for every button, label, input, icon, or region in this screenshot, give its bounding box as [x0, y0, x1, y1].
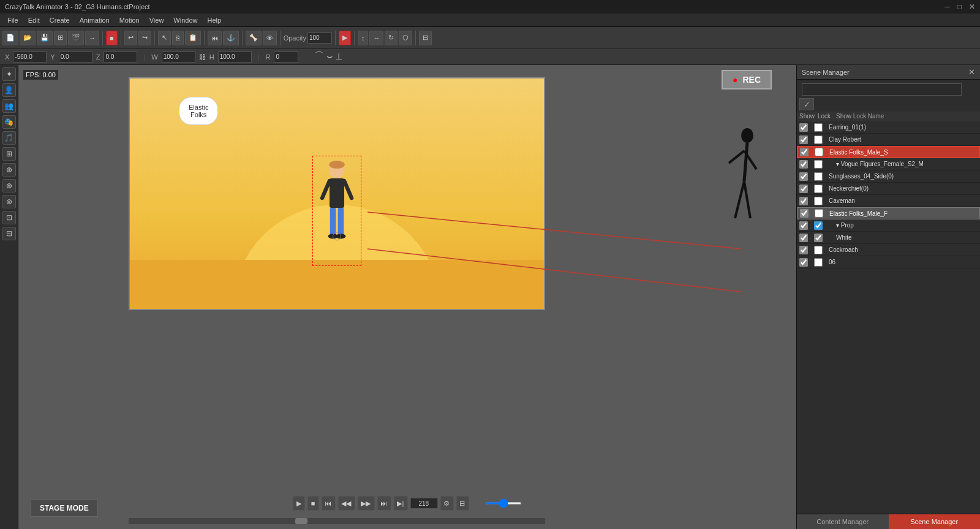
- step-fwd-btn[interactable]: ▶▶: [357, 496, 374, 511]
- tab-content-manager[interactable]: Content Manager: [797, 514, 889, 529]
- rotate-btn[interactable]: ↻: [385, 31, 398, 45]
- clay-show-check[interactable]: [799, 135, 808, 144]
- cockroach-lock-check[interactable]: [814, 246, 823, 254]
- menu-window[interactable]: Window: [168, 15, 202, 25]
- elastic-s-lock-check[interactable]: [815, 148, 823, 156]
- stage-mode-button[interactable]: STAGE MODE: [31, 500, 98, 517]
- 06-lock-check[interactable]: [814, 258, 823, 267]
- grid-btn[interactable]: ⊟: [456, 496, 469, 511]
- anchor-btn[interactable]: ⚓: [223, 31, 239, 45]
- frame-end-btn[interactable]: ▶|: [393, 496, 407, 511]
- bone-btn[interactable]: 🦴: [246, 31, 262, 45]
- prop-lock-check[interactable]: [814, 221, 823, 230]
- vogue-show-check[interactable]: [799, 160, 808, 169]
- select-btn[interactable]: ↖: [158, 31, 171, 45]
- stop-btn[interactable]: ■: [307, 496, 319, 511]
- new-btn[interactable]: 📄: [2, 31, 18, 45]
- transform-btn[interactable]: ⬡: [399, 31, 412, 45]
- export2-btn[interactable]: →: [85, 31, 99, 45]
- menu-help[interactable]: Help: [202, 15, 226, 25]
- left-tool-3[interactable]: 👥: [2, 99, 16, 113]
- next-frame-btn[interactable]: ⏭: [377, 496, 391, 511]
- sm-item-earring[interactable]: Earring_01(1): [797, 121, 980, 134]
- h-input[interactable]: [218, 51, 252, 63]
- y-input[interactable]: [59, 51, 92, 63]
- undo-btn[interactable]: ↩: [124, 31, 137, 45]
- left-tool-7[interactable]: ⊕: [2, 163, 16, 177]
- left-tool-9[interactable]: ⊜: [2, 195, 16, 208]
- caveman-lock-check[interactable]: [814, 197, 823, 205]
- elastic-s-show-check[interactable]: [800, 148, 809, 156]
- scene-manager-search[interactable]: [802, 83, 962, 96]
- minimize-btn[interactable]: ─: [944, 2, 950, 11]
- w-input[interactable]: [162, 51, 195, 63]
- move-v-btn[interactable]: ↕: [358, 31, 369, 45]
- curve-btn2[interactable]: ⌣: [326, 51, 333, 62]
- menu-edit[interactable]: Edit: [23, 15, 45, 25]
- 06-show-check[interactable]: [799, 258, 808, 267]
- opacity-input[interactable]: [307, 32, 332, 44]
- align-btn[interactable]: ⊥: [335, 51, 342, 61]
- sunglasses-lock-check[interactable]: [814, 172, 823, 181]
- sm-item-neckerchief[interactable]: Neckerchief(0): [797, 183, 980, 195]
- left-tool-11[interactable]: ⊟: [2, 227, 16, 240]
- maximize-btn[interactable]: □: [957, 2, 962, 11]
- eye-btn[interactable]: 👁: [263, 31, 277, 45]
- menu-create[interactable]: Create: [45, 15, 75, 25]
- copy-btn[interactable]: ⎘: [172, 31, 184, 45]
- paste-btn[interactable]: 📋: [185, 31, 201, 45]
- sm-close-btn[interactable]: ✕: [968, 67, 975, 77]
- sm-item-white[interactable]: White: [797, 232, 980, 244]
- left-tool-5[interactable]: 🎵: [2, 131, 16, 145]
- menu-animation[interactable]: Animation: [75, 15, 115, 25]
- timeline-btn[interactable]: ⊟: [419, 31, 432, 45]
- tab-scene-manager[interactable]: Scene Manager: [889, 514, 981, 529]
- sm-item-elastic-s[interactable]: Elastic Folks_Male_S: [797, 146, 980, 158]
- sm-item-sunglasses[interactable]: Sunglasses_04_Side(0): [797, 170, 980, 183]
- scene-btn[interactable]: ▶: [339, 31, 351, 45]
- prop-show-check[interactable]: [799, 221, 808, 230]
- left-tool-4[interactable]: 🎭: [2, 115, 16, 129]
- horizontal-scrollbar[interactable]: [129, 518, 545, 524]
- menu-view[interactable]: View: [145, 15, 169, 25]
- record-indicator[interactable]: ■: [106, 31, 118, 45]
- scrollbar-thumb[interactable]: [295, 518, 307, 524]
- save-btn[interactable]: 💾: [37, 31, 53, 45]
- sm-item-06[interactable]: 06: [797, 256, 980, 268]
- clay-lock-check[interactable]: [814, 135, 823, 144]
- white-lock-check[interactable]: [814, 234, 823, 242]
- sm-item-elastic-f[interactable]: Elastic Folks_Male_F: [797, 207, 980, 219]
- rewind-btn[interactable]: ⏮: [208, 31, 222, 45]
- earring-lock-check[interactable]: [814, 123, 823, 132]
- settings-btn[interactable]: ⚙: [440, 496, 453, 511]
- rec-button[interactable]: ● REC: [722, 70, 772, 89]
- left-tool-2[interactable]: 👤: [2, 83, 16, 97]
- vogue-lock-check[interactable]: [814, 160, 823, 169]
- neckerchief-lock-check[interactable]: [814, 185, 823, 193]
- sm-item-prop[interactable]: ▾ Prop: [797, 219, 980, 232]
- curve-btn1[interactable]: ⌒: [314, 50, 324, 63]
- export-btn[interactable]: ⊞: [54, 31, 67, 45]
- caveman-show-check[interactable]: [799, 197, 808, 205]
- menu-motion[interactable]: Motion: [115, 15, 145, 25]
- sunglasses-show-check[interactable]: [799, 172, 808, 181]
- left-tool-8[interactable]: ⊛: [2, 179, 16, 192]
- open-btn[interactable]: 📂: [20, 31, 36, 45]
- sm-item-vogue[interactable]: ▾ Vogue Figures_Female_S2_M: [797, 158, 980, 170]
- left-tool-1[interactable]: ✦: [2, 67, 16, 81]
- white-show-check[interactable]: [799, 234, 808, 242]
- sm-search-btn[interactable]: ✓: [799, 98, 814, 110]
- sm-item-caveman[interactable]: Caveman: [797, 195, 980, 207]
- menu-file[interactable]: File: [2, 15, 23, 25]
- elastic-f-show-check[interactable]: [800, 209, 809, 218]
- redo-btn[interactable]: ↪: [138, 31, 151, 45]
- elastic-f-lock-check[interactable]: [815, 209, 823, 218]
- step-back-btn[interactable]: ◀◀: [337, 496, 355, 511]
- cockroach-show-check[interactable]: [799, 246, 808, 254]
- left-tool-10[interactable]: ⊡: [2, 211, 16, 224]
- volume-slider[interactable]: [485, 502, 522, 504]
- z-input[interactable]: [104, 51, 137, 63]
- neckerchief-show-check[interactable]: [799, 185, 808, 193]
- render-preview-btn[interactable]: 🎬: [68, 31, 84, 45]
- frame-input[interactable]: [410, 498, 437, 509]
